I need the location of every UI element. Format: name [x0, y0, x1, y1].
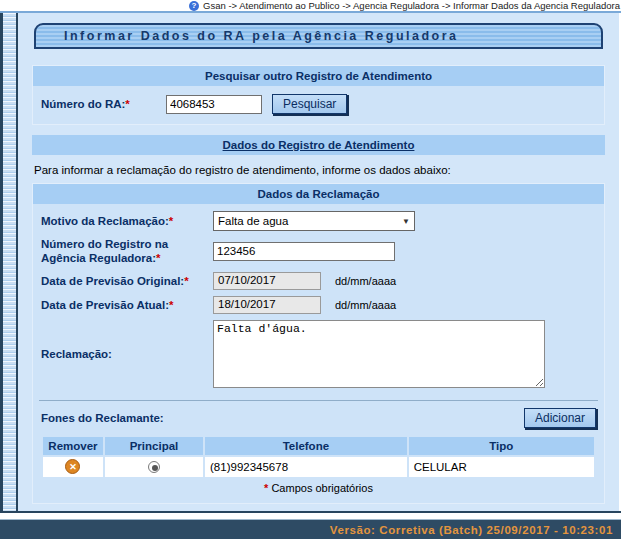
frame-resize-gutter[interactable] [0, 13, 18, 511]
numero-registro-input[interactable] [213, 242, 395, 261]
breadcrumb-bar: Gsan -> Atendimento ao Publico -> Agenci… [0, 0, 621, 13]
intro-text: Para informar a reclamação do registro d… [34, 164, 605, 176]
required-asterisk: * [156, 252, 160, 264]
fones-row: Fones do Reclamante: Adicionar [33, 403, 604, 432]
motivo-selected-value: Falta de agua [218, 215, 288, 227]
content-panel: Informar Dados do RA pela Agência Regula… [18, 13, 619, 511]
section-divider [39, 400, 598, 401]
remove-icon[interactable] [65, 459, 80, 474]
data-previsao-original-hint: dd/mm/aaaa [335, 275, 396, 287]
required-asterisk: * [169, 299, 173, 311]
table-row: (81)992345678 CELULAR [43, 457, 594, 477]
motivo-select[interactable]: Falta de agua [213, 211, 415, 231]
required-asterisk: * [125, 98, 129, 110]
remover-cell [43, 457, 103, 477]
telefone-cell: (81)992345678 [205, 457, 407, 477]
motivo-label: Motivo da Reclamação:* [41, 214, 213, 228]
ra-number-input[interactable] [166, 95, 262, 114]
numero-registro-row: Número do Registro na Agência Reguladora… [33, 234, 604, 269]
radio-dot [152, 465, 158, 471]
tipo-cell: CELULAR [409, 457, 594, 477]
data-previsao-atual-row: Data de Previsão Atual:* 18/10/2017 dd/m… [33, 293, 604, 317]
fones-label: Fones do Reclamante: [41, 412, 164, 424]
page-title: Informar Dados do RA pela Agência Regula… [64, 29, 459, 43]
data-previsao-atual-hint: dd/mm/aaaa [335, 299, 396, 311]
required-asterisk: * [169, 215, 173, 227]
fones-table: Remover Principal Telefone Tipo (81)9923… [41, 435, 596, 479]
col-header-tipo: Tipo [409, 437, 594, 455]
data-previsao-original-label: Data de Previsão Original:* [41, 274, 213, 288]
numero-registro-label: Número do Registro na Agência Reguladora… [41, 237, 213, 266]
breadcrumb: Gsan -> Atendimento ao Publico -> Agenci… [203, 0, 620, 11]
principal-radio[interactable] [148, 461, 160, 473]
ra-data-band: Dados do Registro de Atendimento [32, 135, 605, 155]
motivo-row: Motivo da Reclamação:* Falta de agua [33, 204, 604, 234]
required-asterisk: * [184, 275, 188, 287]
claim-section-header: Dados da Reclamação [33, 184, 604, 204]
dropdown-arrow-icon [402, 217, 410, 226]
data-previsao-atual-value: 18/10/2017 [213, 296, 321, 314]
ra-number-row: Número do RA:* Pesquisar [33, 86, 604, 124]
adicionar-button[interactable]: Adicionar [524, 408, 596, 428]
search-section-header: Pesquisar outro Registro de Atendimento [33, 66, 604, 86]
ra-number-label: Número do RA:* [41, 97, 166, 111]
help-icon[interactable] [189, 1, 199, 11]
pesquisar-button[interactable]: Pesquisar [272, 94, 347, 114]
fones-table-header-row: Remover Principal Telefone Tipo [43, 437, 594, 455]
reclamacao-row: Reclamação: Falta d'água. [33, 317, 604, 391]
ra-data-link[interactable]: Dados do Registro de Atendimento [223, 139, 415, 151]
claim-section: Dados da Reclamação Motivo da Reclamação… [32, 183, 605, 504]
version-footer: Versão: Corretiva (Batch) 25/09/2017 - 1… [0, 519, 621, 539]
required-note: * Campos obrigatórios [33, 479, 604, 503]
col-header-principal: Principal [105, 437, 203, 455]
version-text: Versão: Corretiva (Batch) 25/09/2017 - 1… [330, 524, 613, 536]
app-window: Gsan -> Atendimento ao Publico -> Agenci… [0, 0, 621, 539]
data-previsao-atual-label: Data de Previsão Atual:* [41, 298, 213, 312]
data-previsao-original-row: Data de Previsão Original:* 07/10/2017 d… [33, 269, 604, 293]
main-area: Informar Dados do RA pela Agência Regula… [0, 13, 621, 513]
reclamacao-label: Reclamação: [41, 347, 213, 361]
principal-cell [105, 457, 203, 477]
data-previsao-original-value: 07/10/2017 [213, 272, 321, 290]
reclamacao-textarea[interactable]: Falta d'água. [213, 320, 545, 388]
search-section: Pesquisar outro Registro de Atendimento … [32, 65, 605, 125]
page-title-tab: Informar Dados do RA pela Agência Regula… [34, 23, 603, 49]
col-header-remover: Remover [43, 437, 103, 455]
col-header-telefone: Telefone [205, 437, 407, 455]
